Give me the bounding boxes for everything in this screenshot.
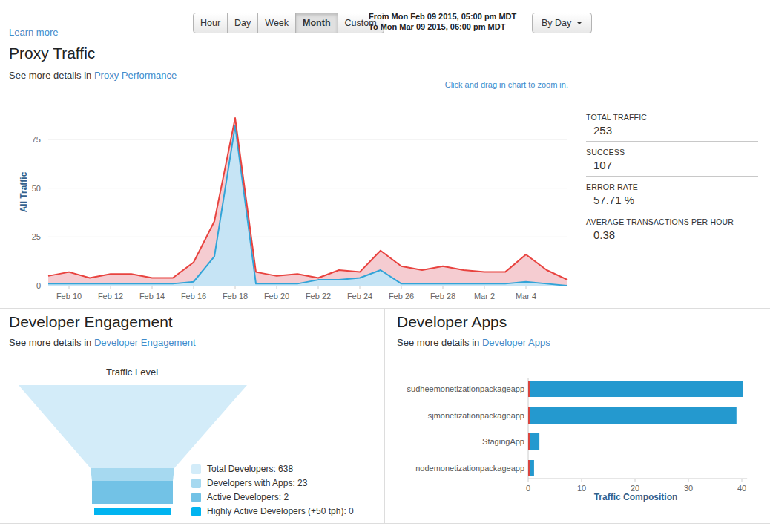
- developer-apps-link[interactable]: Developer Apps: [482, 337, 550, 348]
- developer-apps-subtitle: See more details in Developer Apps: [397, 337, 550, 348]
- proxy-traffic-chart[interactable]: 0255075Feb 10Feb 12Feb 14Feb 16Feb 18Feb…: [0, 96, 579, 312]
- svg-text:sjmonetizationpackageapp: sjmonetizationpackageapp: [428, 411, 524, 420]
- legend-label: Developers with Apps: 23: [207, 478, 307, 488]
- proxy-traffic-subtitle: See more details in Proxy Performance: [9, 70, 177, 81]
- svg-text:StagingApp: StagingApp: [482, 437, 524, 446]
- svg-text:0: 0: [526, 484, 530, 493]
- details-prefix: See more details in: [9, 70, 91, 81]
- granularity-label: By Day: [542, 18, 571, 28]
- legend-item: Developers with Apps: 23: [191, 478, 354, 488]
- stat-label: TOTAL TRAFFIC: [586, 113, 758, 122]
- svg-text:Feb 24: Feb 24: [347, 292, 372, 301]
- svg-text:nodemonetizationpackageapp: nodemonetizationpackageapp: [415, 464, 524, 473]
- date-range-button-group: Hour Day Week Month Custom: [193, 13, 384, 33]
- svg-text:Feb 18: Feb 18: [223, 292, 248, 301]
- chart-zoom-hint: Click and drag in chart to zoom in.: [445, 80, 568, 89]
- svg-text:Feb 26: Feb 26: [389, 292, 414, 301]
- svg-text:40: 40: [737, 484, 746, 493]
- legend-item: Active Developers: 2: [191, 492, 354, 502]
- developer-engagement-subtitle: See more details in Developer Engagement: [9, 337, 196, 348]
- developer-apps-section: Developer Apps See more details in Devel…: [384, 309, 770, 523]
- details-prefix: See more details in: [9, 337, 91, 348]
- stat-label: ERROR RATE: [586, 183, 758, 191]
- stat-value: 0.38: [586, 226, 758, 241]
- legend-label: Total Developers: 638: [207, 464, 293, 474]
- learn-more-link[interactable]: Learn more: [9, 27, 58, 38]
- divider: [586, 141, 758, 142]
- range-button-hour[interactable]: Hour: [193, 13, 228, 33]
- svg-text:Feb 12: Feb 12: [98, 292, 123, 301]
- svg-text:Feb 10: Feb 10: [56, 292, 82, 301]
- legend-item: Total Developers: 638: [191, 464, 354, 474]
- stat-success: SUCCESS 107: [586, 148, 758, 177]
- legend-label: Highly Active Developers (+50 tph): 0: [207, 506, 354, 516]
- analytics-dashboard: Learn more Hour Day Week Month Custom Fr…: [0, 0, 770, 532]
- range-button-day[interactable]: Day: [227, 13, 258, 33]
- legend-swatch: [191, 464, 201, 474]
- svg-text:sudheemonetizationpackageapp: sudheemonetizationpackageapp: [407, 384, 524, 393]
- legend-swatch: [191, 507, 201, 516]
- date-range-text: From Mon Feb 09 2015, 05:00 pm MDT To Mo…: [369, 11, 516, 32]
- traffic-stats-panel: TOTAL TRAFFIC 253 SUCCESS 107 ERROR RATE…: [586, 113, 758, 252]
- svg-text:Feb 16: Feb 16: [181, 292, 206, 301]
- stat-total-traffic: TOTAL TRAFFIC 253: [586, 113, 758, 142]
- funnel-legend: Total Developers: 638Developers with App…: [191, 464, 354, 520]
- svg-text:Mar 2: Mar 2: [474, 292, 495, 301]
- stat-label: AVERAGE TRANSACTIONS PER HOUR: [586, 217, 758, 226]
- date-from-label: From Mon Feb 09 2015, 05:00 pm MDT: [369, 11, 516, 22]
- developer-engagement-title: Developer Engagement: [9, 313, 173, 331]
- stat-value: 253: [586, 122, 758, 137]
- date-to-label: To Mon Mar 09 2015, 06:00 pm MDT: [369, 22, 516, 32]
- proxy-traffic-title: Proxy Traffic: [9, 45, 95, 62]
- divider: [586, 246, 758, 246]
- svg-text:Feb 14: Feb 14: [139, 292, 165, 301]
- svg-text:25: 25: [32, 232, 41, 241]
- svg-text:50: 50: [32, 184, 41, 193]
- stat-value: 57.71 %: [586, 191, 758, 206]
- funnel-title: Traffic Level: [73, 367, 191, 378]
- svg-text:0: 0: [36, 281, 41, 290]
- svg-text:75: 75: [32, 135, 41, 144]
- stat-avg-tph: AVERAGE TRANSACTIONS PER HOUR 0.38: [586, 217, 758, 246]
- svg-text:Feb 20: Feb 20: [264, 292, 289, 301]
- divider: [586, 176, 758, 177]
- svg-text:Mar 4: Mar 4: [516, 292, 536, 301]
- legend-swatch: [191, 493, 201, 502]
- svg-text:Feb 22: Feb 22: [306, 292, 331, 301]
- developer-engagement-section: Developer Engagement See more details in…: [0, 309, 384, 523]
- developer-apps-chart: 010203040sudheemonetizationpackageappsjm…: [393, 374, 768, 496]
- proxy-performance-link[interactable]: Proxy Performance: [94, 70, 177, 81]
- developer-apps-title: Developer Apps: [397, 313, 507, 331]
- stat-value: 107: [586, 157, 758, 171]
- x-axis-label: Traffic Composition: [562, 492, 710, 502]
- divider: [586, 211, 758, 211]
- svg-text:Feb 28: Feb 28: [430, 292, 455, 301]
- bottom-divider: [0, 523, 770, 524]
- topbar: Learn more Hour Day Week Month Custom Fr…: [0, 0, 770, 42]
- range-button-week[interactable]: Week: [257, 13, 296, 33]
- legend-label: Active Developers: 2: [207, 492, 289, 502]
- legend-swatch: [191, 479, 201, 488]
- details-prefix: See more details in: [397, 337, 479, 348]
- range-button-month[interactable]: Month: [295, 13, 338, 33]
- legend-item: Highly Active Developers (+50 tph): 0: [191, 506, 354, 516]
- stat-label: SUCCESS: [586, 148, 758, 157]
- stat-error-rate: ERROR RATE 57.71 %: [586, 183, 758, 211]
- granularity-dropdown[interactable]: By Day: [532, 13, 592, 33]
- developer-engagement-link[interactable]: Developer Engagement: [94, 337, 196, 348]
- chevron-down-icon: [576, 22, 582, 24]
